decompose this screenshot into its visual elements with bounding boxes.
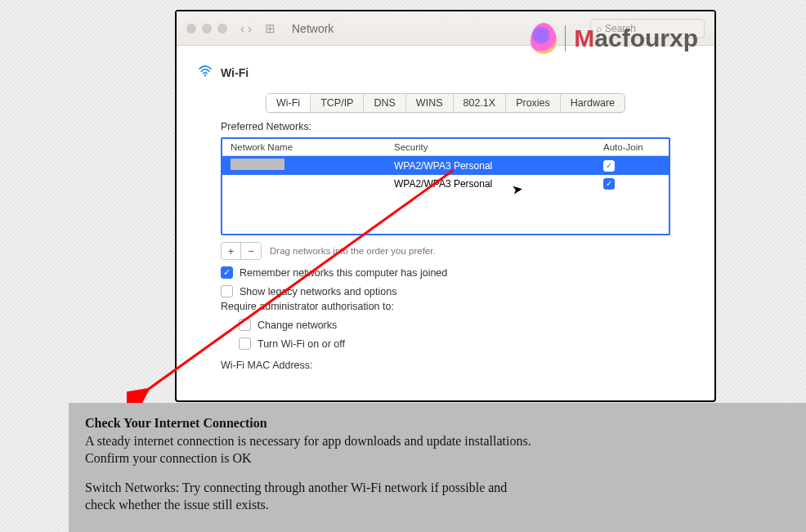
col-security: Security [394,142,603,152]
divider [565,25,566,51]
mac-address-label: Wi-Fi MAC Address: [221,360,670,371]
tab-8021x[interactable]: 802.1X [454,94,507,112]
nav-arrows[interactable]: ‹ › [240,21,252,35]
table-header: Network Name Security Auto-Join [222,139,669,156]
security-value: WPA2/WPA3 Personal [394,160,603,172]
wifi-icon [198,65,213,80]
security-value: WPA2/WPA3 Personal [394,178,603,190]
content-panel: Wi-Fi Wi-Fi TCP/IP DNS WINS 802.1X Proxi… [186,56,705,392]
svg-point-0 [204,74,206,76]
close-icon[interactable] [186,24,196,34]
drag-hint: Drag networks into the order you prefer. [270,246,436,256]
caption-box: Check Your Internet Connection A steady … [69,403,806,532]
apple-glow-icon [531,23,557,54]
tab-wifi[interactable]: Wi-Fi [266,94,311,112]
network-name-redacted [231,159,284,170]
legacy-checkbox[interactable] [221,285,233,297]
autojoin-checkbox[interactable]: ✓ [603,160,615,172]
admin-auth-label: Require administrator authorisation to: [221,301,670,312]
change-networks-row[interactable]: Change networks [239,319,670,331]
turn-wifi-checkbox[interactable] [239,338,251,350]
remember-checkbox[interactable]: ✓ [221,266,233,279]
section-title: Wi-Fi [221,66,249,79]
networks-table[interactable]: Network Name Security Auto-Join WPA2/WPA… [221,137,670,235]
caption-line: A steady internet connection is necessar… [85,432,790,450]
caption-line: check whether the issue still exists. [85,496,790,514]
tab-dns[interactable]: DNS [364,94,405,112]
caption-line: Confirm your connection is OK [85,449,790,467]
autojoin-checkbox[interactable]: ✓ [603,178,615,190]
remember-networks-row[interactable]: ✓ Remember networks this computer has jo… [221,266,670,279]
change-networks-checkbox[interactable] [239,319,251,331]
legacy-label: Show legacy networks and options [240,286,396,297]
tab-tcpip[interactable]: TCP/IP [311,94,364,112]
change-networks-label: Change networks [257,320,337,331]
forward-icon[interactable]: › [248,21,252,35]
cursor-icon: ➤ [511,181,524,198]
tabs: Wi-Fi TCP/IP DNS WINS 802.1X Proxies Har… [266,93,625,113]
col-name: Network Name [231,142,394,152]
remove-button[interactable]: − [241,243,261,259]
tab-hardware[interactable]: Hardware [561,94,625,112]
tab-proxies[interactable]: Proxies [506,94,561,112]
preferred-networks-label: Preferred Networks: [221,121,670,132]
brand-logo: Macfourxp [531,23,698,54]
legacy-networks-row[interactable]: Show legacy networks and options [221,285,670,297]
turn-wifi-label: Turn Wi-Fi on or off [257,338,345,350]
brand-text: Macfourxp [574,25,698,52]
add-button[interactable]: + [222,243,241,259]
apps-grid-icon[interactable]: ⊞ [265,21,275,36]
back-icon[interactable]: ‹ [240,21,244,35]
tab-wins[interactable]: WINS [406,94,454,112]
turn-wifi-row[interactable]: Turn Wi-Fi on or off [239,338,670,350]
caption-heading: Check Your Internet Connection [85,414,790,432]
section-header: Wi-Fi [198,65,693,80]
zoom-icon[interactable] [217,24,227,34]
remember-label: Remember networks this computer has join… [240,267,447,279]
table-row[interactable]: WPA2/WPA3 Personal ✓ [222,175,669,192]
window-controls[interactable] [186,24,227,34]
caption-line: Switch Networks: Try connecting through … [85,479,790,497]
add-remove-buttons: + − [221,242,262,260]
col-autojoin: Auto-Join [603,142,660,152]
table-row[interactable]: WPA2/WPA3 Personal ✓ [222,156,669,175]
network-window: ‹ › ⊞ Network ⌕ Search Macfourxp Wi-Fi W… [175,10,716,402]
minimize-icon[interactable] [202,24,212,34]
